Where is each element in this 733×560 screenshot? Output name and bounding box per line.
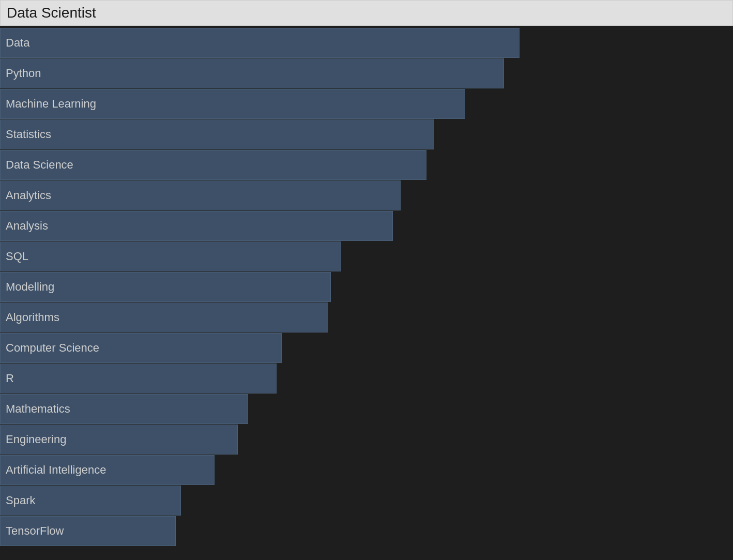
bar-row: Engineering	[0, 425, 733, 455]
bar-label: TensorFlow	[6, 524, 64, 538]
bar-algorithms: Algorithms	[0, 302, 328, 332]
bar-label: Data	[6, 36, 29, 50]
chart-title: Data Scientist	[0, 0, 733, 26]
bar-row: Data Science	[0, 150, 733, 180]
bar-label: R	[6, 372, 14, 385]
bar-r: R	[0, 364, 277, 393]
bar-label: Machine Learning	[6, 97, 96, 111]
bar-row: Machine Learning	[0, 89, 733, 119]
bar-statistics: Statistics	[0, 119, 434, 149]
bar-label: Engineering	[6, 433, 66, 446]
bar-row: TensorFlow	[0, 516, 733, 546]
bar-analysis: Analysis	[0, 211, 393, 241]
chart-container: Data Scientist DataPythonMachine Learnin…	[0, 0, 733, 560]
bar-row: Data	[0, 28, 733, 58]
bar-label: Analysis	[6, 219, 48, 233]
bar-label: Modelling	[6, 280, 54, 294]
bar-row: R	[0, 364, 733, 393]
bar-label: Algorithms	[6, 311, 59, 324]
bar-spark: Spark	[0, 486, 181, 516]
bar-analytics: Analytics	[0, 180, 401, 210]
bar-row: Modelling	[0, 272, 733, 302]
bar-computer-science: Computer Science	[0, 333, 282, 363]
bar-row: Analysis	[0, 211, 733, 241]
bar-modelling: Modelling	[0, 272, 331, 302]
bar-python: Python	[0, 58, 504, 88]
bar-label: Computer Science	[6, 341, 99, 355]
bar-row: Mathematics	[0, 394, 733, 424]
bar-row: Spark	[0, 486, 733, 516]
bar-data: Data	[0, 28, 520, 58]
bar-machine-learning: Machine Learning	[0, 89, 465, 119]
bar-label: Analytics	[6, 189, 51, 202]
bar-label: Mathematics	[6, 402, 70, 416]
bar-row: Computer Science	[0, 333, 733, 363]
bar-mathematics: Mathematics	[0, 394, 248, 424]
bar-row: Analytics	[0, 180, 733, 210]
bar-row: Python	[0, 58, 733, 88]
bar-label: Spark	[6, 494, 35, 507]
bar-label: Artificial Intelligence	[6, 463, 106, 477]
bar-row: SQL	[0, 241, 733, 271]
bar-label: SQL	[6, 250, 28, 263]
bar-engineering: Engineering	[0, 425, 238, 455]
bar-row: Statistics	[0, 119, 733, 149]
bars-area: DataPythonMachine LearningStatisticsData…	[0, 26, 733, 560]
bar-label: Python	[6, 67, 41, 80]
bar-label: Data Science	[6, 158, 73, 172]
bar-row: Artificial Intelligence	[0, 455, 733, 485]
bar-label: Statistics	[6, 128, 51, 141]
bar-tensorflow: TensorFlow	[0, 516, 176, 546]
bar-row: Algorithms	[0, 302, 733, 332]
bar-sql: SQL	[0, 241, 341, 271]
bar-data-science: Data Science	[0, 150, 426, 180]
bar-artificial-intelligence: Artificial Intelligence	[0, 455, 215, 485]
